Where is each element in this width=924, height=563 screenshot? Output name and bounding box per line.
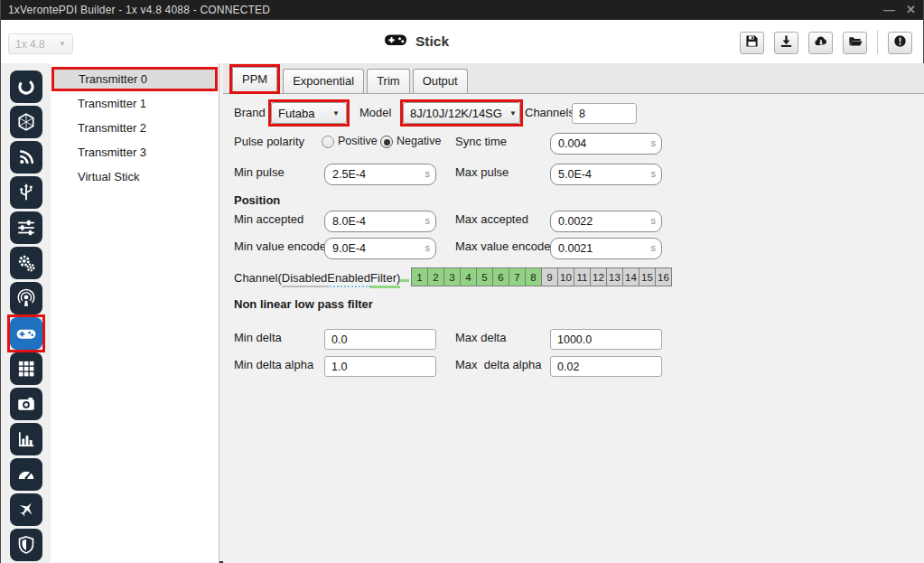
channel-chip-7[interactable]: 7 — [509, 267, 526, 286]
cloud-download-button[interactable] — [808, 32, 833, 54]
transmitter-panel: Transmitter 0Transmitter 1Transmitter 2T… — [51, 63, 219, 563]
toolbar-separator — [877, 31, 878, 54]
max-pulse-input[interactable] — [550, 164, 662, 185]
tab-trim[interactable]: Trim — [367, 69, 410, 93]
bar-chart-icon[interactable] — [10, 423, 42, 455]
chevron-down-icon: ▼ — [59, 40, 66, 48]
max-delta-alpha-label: Max delta alpha — [455, 358, 541, 371]
ppm-form: Brand Futaba ▼ Model 8J/10J/12K/14SG ▼ C… — [223, 94, 924, 563]
gauge-icon[interactable] — [10, 458, 42, 491]
sync-time-label: Sync time — [455, 135, 507, 148]
position-section-title: Position — [234, 193, 280, 207]
podcast-icon[interactable] — [10, 282, 42, 314]
chevron-down-icon: ▼ — [502, 109, 517, 117]
close-button[interactable]: ✕ — [906, 0, 916, 20]
brand-select[interactable]: Futaba ▼ — [271, 102, 347, 124]
brand-label: Brand — [234, 106, 266, 119]
title-bar: 1xVerontePDI Builder - 1x v4.8 4088 - CO… — [1, 0, 923, 20]
cloud-download-icon — [814, 34, 828, 52]
channels-label: Channels — [525, 106, 574, 119]
model-select[interactable]: 8J/10J/12K/14SG ▼ — [403, 102, 520, 124]
channel-chip-4[interactable]: 4 — [460, 267, 477, 286]
max-accepted-input[interactable] — [550, 211, 662, 232]
sidebar-item-virtual-stick[interactable]: Virtual Stick — [51, 164, 219, 189]
channel-chip-15[interactable]: 15 — [639, 267, 656, 286]
sliders-icon[interactable] — [10, 211, 42, 244]
tab-output[interactable]: Output — [413, 69, 468, 93]
channel-chip-16[interactable]: 16 — [655, 267, 672, 286]
min-value-encoded-input[interactable] — [324, 238, 436, 259]
tab-exponential[interactable]: Exponential — [283, 69, 364, 93]
min-accepted-label: Min accepted — [234, 212, 303, 226]
positive-radio[interactable] — [322, 136, 334, 148]
channel-chip-10[interactable]: 10 — [557, 267, 574, 286]
channel-chip-14[interactable]: 14 — [622, 267, 639, 286]
version-label: 1x 4.8 — [15, 38, 45, 51]
floppy-icon — [745, 34, 759, 52]
minimize-button[interactable]: — — [883, 0, 895, 20]
channel-chip-11[interactable]: 11 — [574, 267, 591, 286]
gears-icon[interactable] — [10, 247, 42, 279]
hexagon-icon[interactable] — [10, 106, 42, 138]
channel-chip-2[interactable]: 2 — [427, 267, 444, 286]
channel-chip-13[interactable]: 13 — [606, 267, 623, 286]
pulse-polarity-label: Pulse polarity — [234, 135, 304, 148]
download-button[interactable] — [774, 32, 798, 54]
toolbar-buttons — [740, 31, 912, 54]
rss-icon[interactable] — [10, 141, 42, 174]
channel-chip-3[interactable]: 3 — [443, 267, 461, 286]
min-delta-alpha-label: Min delta alpha — [234, 358, 313, 371]
model-value: 8J/10J/12K/14SG — [410, 107, 502, 120]
channel-chip-6[interactable]: 6 — [492, 267, 509, 286]
sidebar-item-transmitter-0[interactable]: Transmitter 0 — [51, 67, 218, 91]
sidebar-item-transmitter-1[interactable]: Transmitter 1 — [51, 91, 219, 116]
version-select[interactable]: 1x 4.8 ▼ — [8, 33, 73, 54]
min-delta-label: Min delta — [234, 331, 282, 344]
max-accepted-label: Max accepted — [455, 212, 528, 226]
brand-value: Futaba — [278, 107, 314, 120]
channels-input[interactable] — [572, 103, 637, 124]
sidebar-item-transmitter-3[interactable]: Transmitter 3 — [51, 140, 219, 164]
chevron-down-icon: ▼ — [325, 109, 340, 117]
negative-radio[interactable] — [380, 136, 393, 148]
usb-icon[interactable] — [10, 176, 42, 209]
window-title: 1xVerontePDI Builder - 1x v4.8 4088 - CO… — [8, 4, 270, 16]
max-value-encoded-label: Max value encoded — [455, 239, 557, 253]
shield-icon[interactable] — [10, 529, 42, 561]
max-delta-input[interactable] — [550, 329, 662, 350]
gamepad-icon[interactable] — [10, 317, 42, 350]
channel-chip-1[interactable]: 1 — [411, 267, 428, 286]
channel-chip-8[interactable]: 8 — [525, 267, 542, 286]
sidebar-item-transmitter-2[interactable]: Transmitter 2 — [51, 116, 219, 140]
alert-button[interactable] — [888, 32, 912, 54]
content-panel: PPMExponentialTrimOutput Brand Futaba ▼ … — [223, 63, 924, 563]
min-pulse-label: Min pulse — [234, 165, 285, 179]
plane-icon[interactable] — [10, 493, 42, 526]
min-value-encoded-label: Min value encoded — [234, 239, 332, 253]
grid-icon[interactable] — [10, 352, 42, 385]
save-button[interactable] — [740, 32, 764, 54]
max-value-encoded-input[interactable] — [550, 238, 662, 259]
max-pulse-label: Max pulse — [455, 165, 509, 179]
open-folder-button[interactable] — [843, 32, 867, 54]
min-delta-alpha-input[interactable] — [324, 356, 436, 377]
active-tab-highlight: PPM — [229, 64, 280, 94]
download-icon — [779, 34, 793, 52]
min-delta-input[interactable] — [324, 329, 436, 350]
min-accepted-input[interactable] — [324, 211, 436, 232]
channel-chip-9[interactable]: 9 — [541, 267, 558, 286]
folder-open-icon — [848, 34, 863, 52]
channel-chip-12[interactable]: 12 — [590, 267, 607, 286]
tab-ppm[interactable]: PPM — [232, 67, 277, 91]
channel-label-prefix: Channel( — [234, 271, 282, 285]
sync-time-input[interactable] — [550, 133, 662, 155]
nlpf-section-title: Non linear low pass filter — [234, 297, 373, 311]
channel-disabled-legend: Disabled — [282, 271, 328, 287]
channel-chip-5[interactable]: 5 — [476, 267, 493, 286]
camera-icon[interactable] — [10, 388, 42, 420]
max-delta-alpha-input[interactable] — [550, 356, 662, 377]
min-pulse-input[interactable] — [324, 164, 436, 185]
channel-enabled-legend: Enabled — [327, 271, 370, 287]
channel-filter-label: Channel(DisabledEnabledFilter) — [234, 269, 409, 285]
dial-icon[interactable] — [10, 70, 42, 103]
